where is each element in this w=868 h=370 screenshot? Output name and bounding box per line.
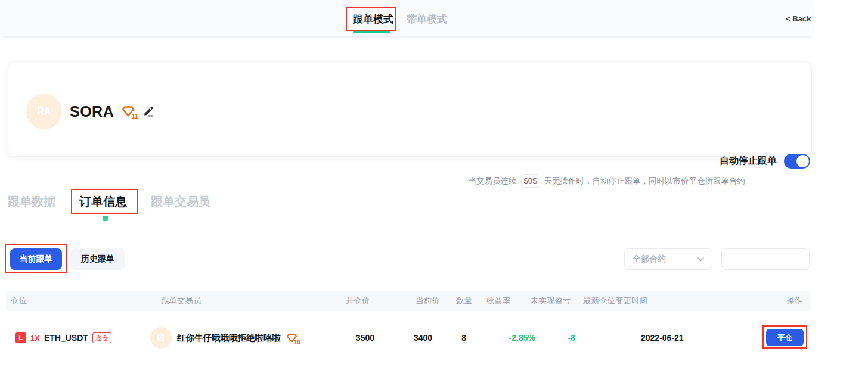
pencil-icon bbox=[142, 106, 154, 117]
top-bar: 跟单模式 带单模式 < Back bbox=[0, 0, 813, 36]
gem-badge-icon: 11 bbox=[122, 105, 135, 117]
auto-stop-rule: 当交易员连续 $0S 天无操作时，自动停止跟单，同时以市价平仓所跟单合约 bbox=[469, 174, 746, 188]
tab-copy-mode-label: 跟单模式 bbox=[353, 14, 393, 25]
open-price: 3500 bbox=[315, 321, 374, 355]
col-trader: 跟单交易员 bbox=[161, 291, 202, 311]
trader-profile-card: RA SORA 11 自动停止跟单 当交易员 bbox=[8, 61, 812, 157]
toggle-knob bbox=[796, 155, 809, 167]
avatar: RA bbox=[26, 94, 62, 129]
trader-name: SORA bbox=[70, 103, 114, 120]
back-link[interactable]: < Back bbox=[786, 14, 811, 23]
symbol: ETH_USDT bbox=[44, 333, 88, 343]
rule-suffix: 天无操作时，自动停止跟单，同时以市价平仓所跟单合约 bbox=[544, 176, 746, 186]
tab-lead-mode[interactable]: 带单模式 bbox=[407, 13, 447, 26]
trader-profile: RA SORA 11 bbox=[26, 94, 154, 129]
col-amount: 数量 bbox=[456, 291, 472, 311]
margin-mode-badge: 逐仓 bbox=[92, 332, 111, 343]
long-badge: L bbox=[16, 332, 26, 343]
contract-filter-select[interactable]: 全部合约 bbox=[624, 248, 712, 270]
auto-stop-label: 自动停止跟单 bbox=[720, 155, 777, 167]
col-open-price: 开仓价 bbox=[346, 291, 370, 311]
tab-copied-traders[interactable]: 跟单交易员 bbox=[151, 194, 210, 210]
table-row: L 1X ETH_USDT 逐仓 啦 红你牛仔哦哦哦拒绝啦咯啦 10 3500 … bbox=[6, 321, 811, 355]
active-section-indicator bbox=[103, 216, 108, 221]
chevron-down-icon bbox=[698, 257, 704, 262]
tab-copy-mode[interactable]: 跟单模式 bbox=[353, 13, 393, 26]
contract-filter-value: 全部合约 bbox=[633, 254, 666, 265]
edit-nickname-button[interactable] bbox=[142, 106, 154, 117]
last-change-time: 2022-06-21 bbox=[641, 321, 684, 355]
amount: 8 bbox=[407, 321, 466, 355]
section-tabs: 跟单数据 订单信息 跟单交易员 bbox=[8, 194, 210, 210]
col-current-price: 当前价 bbox=[416, 291, 440, 311]
active-tab-underline bbox=[353, 30, 390, 33]
copy-trading-page: 跟单模式 带单模式 < Back RA SORA 11 bbox=[0, 0, 868, 370]
col-last-change-time: 最新仓位变更时间 bbox=[583, 291, 647, 311]
col-position: 仓位 bbox=[11, 291, 27, 311]
tab-lead-mode-label: 带单模式 bbox=[407, 14, 447, 25]
auto-stop-row: 自动停止跟单 bbox=[604, 154, 810, 169]
trader-avatar: 啦 bbox=[150, 327, 172, 349]
trader-gem-badge-count: 10 bbox=[294, 340, 300, 346]
row-trader-name: 红你牛仔哦哦哦拒绝啦咯啦 bbox=[177, 332, 281, 344]
close-position-button[interactable]: 平仓 bbox=[766, 329, 804, 346]
history-orders-button[interactable]: 历史跟单 bbox=[70, 248, 125, 270]
leverage: 1X bbox=[30, 334, 40, 343]
trader-gem-badge-icon: 10 bbox=[286, 333, 297, 343]
search-input[interactable] bbox=[721, 248, 810, 270]
current-orders-button[interactable]: 当前跟单 bbox=[10, 248, 62, 270]
unrealized-pnl: -8 bbox=[516, 321, 575, 355]
tab-order-info[interactable]: 订单信息 bbox=[79, 194, 127, 210]
position-cell: L 1X ETH_USDT 逐仓 bbox=[16, 321, 111, 355]
days-input[interactable]: $0S bbox=[521, 174, 540, 188]
col-roi: 收益率 bbox=[486, 291, 511, 311]
col-action: 操作 bbox=[786, 291, 802, 311]
col-unrealized-pnl: 未实现盈亏 bbox=[531, 291, 571, 311]
auto-stop-toggle[interactable] bbox=[784, 154, 810, 169]
tab-copy-data[interactable]: 跟单数据 bbox=[8, 194, 55, 210]
table-header-row: 仓位 跟单交易员 开仓价 当前价 数量 收益率 未实现盈亏 最新仓位变更时间 操… bbox=[6, 291, 811, 311]
trader-cell: 啦 红你牛仔哦哦哦拒绝啦咯啦 10 bbox=[150, 321, 297, 355]
rule-prefix: 当交易员连续 bbox=[469, 176, 517, 186]
gem-badge-count: 11 bbox=[132, 114, 138, 120]
